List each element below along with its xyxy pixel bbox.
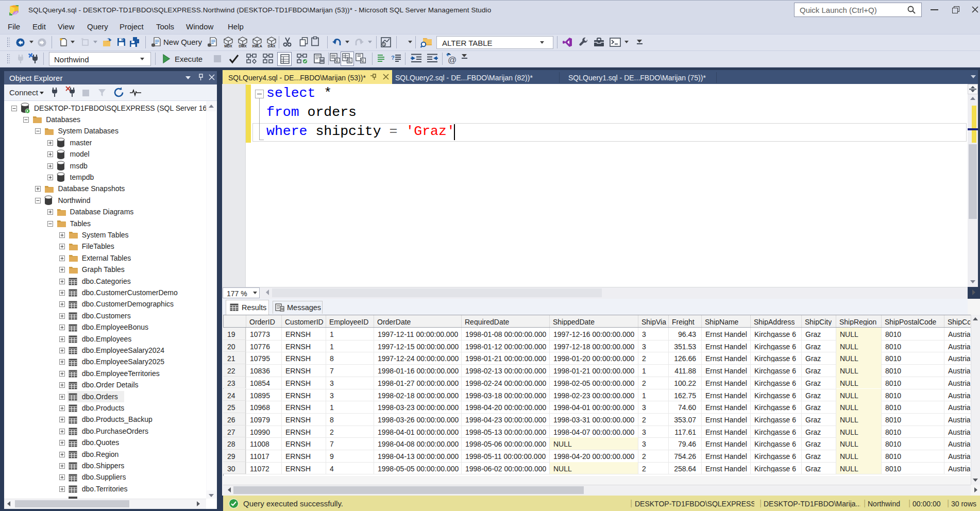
svg-text:?: ? [391,55,395,61]
svg-text:MDX: MDX [224,44,232,48]
svg-text:DMX: DMX [239,44,247,48]
svg-text:XMLA: XMLA [252,44,262,48]
svg-text:DAX: DAX [268,44,276,48]
svg-text:@: @ [448,55,457,65]
